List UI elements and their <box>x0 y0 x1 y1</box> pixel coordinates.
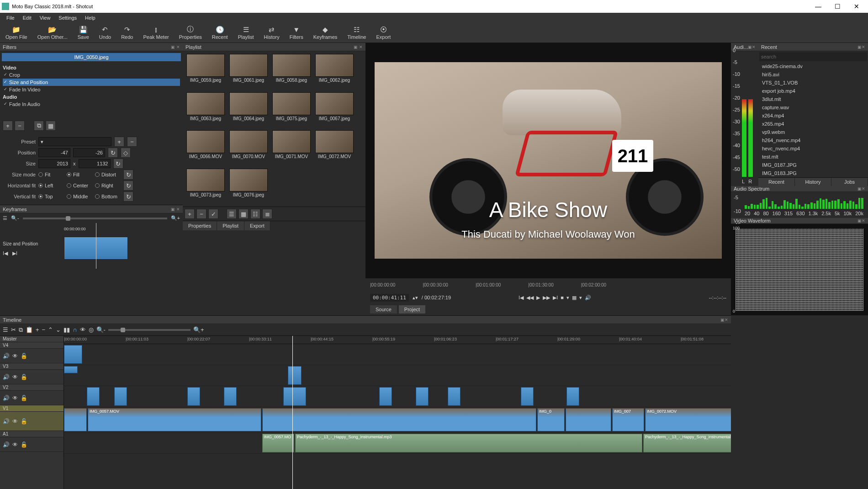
tl-zoom-out-icon[interactable]: 🔍- <box>96 326 106 333</box>
toolbar-redo-button[interactable]: ↷Redo <box>118 25 136 41</box>
size-w-input[interactable]: 2013 <box>38 159 70 168</box>
mute-icon[interactable]: 🔊 <box>3 395 10 401</box>
tab-properties[interactable]: Properties <box>183 221 217 230</box>
playlist-thumb[interactable]: IMG_0059.jpeg <box>185 54 226 90</box>
tl-zoom-in-icon[interactable]: 🔍+ <box>193 326 204 333</box>
overwrite-icon[interactable]: ⌄ <box>56 326 61 333</box>
tl-zoom-slider[interactable] <box>108 329 191 331</box>
clip[interactable]: IMG_0057.MOV <box>88 408 261 431</box>
tab-playlist[interactable]: Playlist <box>217 221 244 230</box>
track-header[interactable]: V2 <box>0 384 64 391</box>
reset-button[interactable]: ↻ <box>123 181 133 191</box>
playlist-remove-button[interactable]: − <box>196 209 206 219</box>
skip-start-icon[interactable]: I◀ <box>519 295 524 301</box>
toolbar-filters-button[interactable]: ▼Filters <box>287 25 306 41</box>
recent-item[interactable]: x264.mp4 <box>758 112 868 120</box>
split-icon[interactable]: ▮▮ <box>64 326 70 333</box>
append-icon[interactable]: + <box>36 326 39 333</box>
filter-item[interactable]: Crop <box>3 71 180 79</box>
clip[interactable] <box>288 366 302 385</box>
menu-file[interactable]: File <box>3 14 18 21</box>
playlist-thumb[interactable]: IMG_0067.jpeg <box>314 92 355 128</box>
maximize-button[interactable]: ☐ <box>828 0 847 13</box>
playlist-view-list-button[interactable]: ☰ <box>227 209 237 219</box>
zoom-out-icon[interactable]: 🔍- <box>11 215 19 221</box>
playlist-thumb[interactable]: IMG_0064.jpeg <box>228 92 269 128</box>
recent-item[interactable]: export job.mp4 <box>758 87 868 95</box>
recent-item[interactable]: 3dlut.mlt <box>758 95 868 103</box>
tab-jobs[interactable]: Jobs <box>831 178 868 186</box>
recent-item[interactable]: IMG_0183.JPG <box>758 169 868 177</box>
close-button[interactable]: ✕ <box>847 0 866 13</box>
radio-option[interactable]: Distort <box>95 172 121 177</box>
toolbar-open-file-button[interactable]: 📁Open File <box>3 25 30 41</box>
recent-item[interactable]: capture.wav <box>758 103 868 112</box>
playlist-thumb[interactable]: IMG_0072.MOV <box>314 130 355 166</box>
radio-option[interactable]: Fit <box>38 172 64 177</box>
toolbar-peak-meter-button[interactable]: ⫿Peak Meter <box>140 25 171 41</box>
playlist-thumb[interactable]: IMG_0075.jpeg <box>271 92 312 128</box>
dropdown-icon[interactable]: ▾ <box>579 295 582 301</box>
track-a1[interactable]: IMG_0057.MO Pachyderm_-_13_-_Happy_Song_… <box>64 433 731 454</box>
kf-zoom-slider[interactable] <box>23 218 167 219</box>
toolbar-export-button[interactable]: ⦿Export <box>373 25 393 41</box>
player-ruler[interactable]: |00:00:00:00|00:00:30:00|00:01:00:00|00:… <box>365 278 731 292</box>
position-reset-button[interactable]: ↻ <box>108 148 118 158</box>
lock-icon[interactable]: 🔓 <box>21 441 27 448</box>
menu-settings[interactable]: Settings <box>55 14 80 21</box>
copy-filter-button[interactable]: ⧉ <box>34 121 44 131</box>
timecode-stepper-icon[interactable]: ▴▾ <box>413 295 418 301</box>
playlist-check-button[interactable]: ✓ <box>208 209 218 219</box>
radio-option[interactable]: Middle <box>67 194 92 199</box>
play-icon[interactable]: ▶ <box>536 295 540 301</box>
radio-option[interactable]: Center <box>67 183 92 188</box>
recent-item[interactable]: IMG_0187.JPG <box>758 161 868 169</box>
hide-icon[interactable]: 👁 <box>12 374 18 380</box>
forward-icon[interactable]: ▶▶ <box>543 295 550 301</box>
preset-dropdown[interactable]: ▾ <box>38 137 111 146</box>
kf-menu-icon[interactable]: ☰ <box>3 215 7 221</box>
recent-item[interactable]: vp9.webm <box>758 128 868 136</box>
track-v3[interactable] <box>64 365 731 386</box>
toolbar-playlist-button[interactable]: ☰Playlist <box>235 25 257 41</box>
volume-icon[interactable]: 🔊 <box>585 295 591 301</box>
menu-edit[interactable]: Edit <box>19 14 35 21</box>
tab-project[interactable]: Project <box>399 305 425 314</box>
track-header[interactable]: V1 <box>0 405 64 412</box>
toolbar-timeline-button[interactable]: ☷Timeline <box>344 25 369 41</box>
recent-search-input[interactable]: search <box>759 52 867 61</box>
mute-icon[interactable]: 🔊 <box>3 418 10 425</box>
grid-icon[interactable]: ▦ <box>572 295 577 301</box>
clip[interactable] <box>64 345 82 364</box>
playlist-menu-button[interactable]: ≣ <box>262 209 272 219</box>
playlist-thumb[interactable]: IMG_0076.jpeg <box>228 169 269 204</box>
preset-add-button[interactable]: + <box>114 137 124 147</box>
track-v4[interactable] <box>64 344 731 365</box>
track-v1[interactable]: IMG_0057.MOV IMG_0 IMG_007 IMG_0072.MOV <box>64 407 731 433</box>
mute-icon[interactable]: 🔊 <box>3 374 10 380</box>
track-header[interactable]: V4 <box>0 342 64 349</box>
lift-icon[interactable]: ⌃ <box>48 326 53 333</box>
hide-icon[interactable]: 👁 <box>12 441 18 448</box>
panel-buttons[interactable]: ▣ ✕ <box>171 45 180 49</box>
zoom-in-icon[interactable]: 🔍+ <box>171 215 180 221</box>
lock-icon[interactable]: 🔓 <box>21 395 27 401</box>
menu-view[interactable]: View <box>36 14 54 21</box>
playlist-thumb[interactable]: IMG_0058.jpeg <box>271 54 312 90</box>
hide-icon[interactable]: 👁 <box>12 418 18 425</box>
tab-recent[interactable]: Recent <box>758 178 795 186</box>
stop-icon[interactable]: ■ <box>561 295 564 301</box>
toolbar-undo-button[interactable]: ↶Undo <box>96 25 114 41</box>
copy-icon[interactable]: ⧉ <box>19 326 23 334</box>
filter-item[interactable]: Fade In Audio <box>3 101 180 108</box>
hide-icon[interactable]: 👁 <box>12 353 18 359</box>
kf-prev-icon[interactable]: I◀ <box>3 250 8 256</box>
recent-item[interactable]: h264_nvenc.mp4 <box>758 136 868 144</box>
playlist-thumb[interactable]: IMG_0061.jpeg <box>228 54 269 90</box>
minimize-button[interactable]: — <box>809 0 828 13</box>
toolbar-open-other--button[interactable]: 📂Open Other... <box>35 25 70 41</box>
tl-menu-icon[interactable]: ☰ <box>3 326 8 333</box>
playlist-thumb[interactable]: IMG_0073.jpeg <box>185 169 226 204</box>
reset-button[interactable]: ↻ <box>123 191 133 202</box>
preview-viewport[interactable]: 211 A Bike Show This Ducati by Michael W… <box>365 43 731 278</box>
